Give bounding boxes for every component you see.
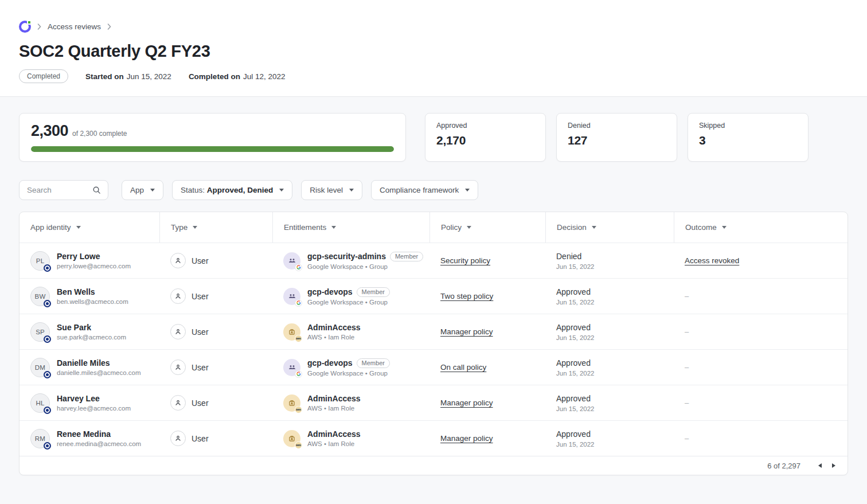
started-on-label: Started on [85,72,124,81]
filter-status-selected: Approved, Denied [207,186,274,194]
chevron-down-icon [279,189,284,192]
chevron-down-icon [150,189,155,192]
stat-card-skipped: Skipped 3 [688,113,809,162]
table-row[interactable]: PL Perry Loweperry.lowe@acmeco.com User … [19,243,848,278]
decision-value: Approved [556,394,595,404]
progress-card: 2,300 of 2,300 complete [19,113,406,162]
table-row[interactable]: DM Danielle Milesdanielle.miles@acmeco.c… [19,349,848,385]
outcome-empty: – [685,327,689,336]
breadcrumb: Access reviews [19,21,848,32]
column-header-type[interactable]: Type [159,212,272,243]
entitlement-subtitle: AWS • Iam Role [307,440,361,447]
app-identity-cell: SP Sue Parksue.park@acmeco.com [19,314,159,349]
app-logo-icon[interactable] [19,21,31,33]
user-name: Ben Wells [57,287,128,297]
user-name: Harvey Lee [57,394,131,404]
group-icon [283,288,300,305]
sort-caret-icon [193,226,197,229]
decision-value: Approved [556,287,595,297]
google-workspace-icon [295,299,302,307]
filter-app-label: App [130,186,144,194]
entitlement-subtitle: AWS • Iam Role [307,405,361,412]
user-email: ben.wells@acmeco.com [57,298,128,305]
filter-compliance-label: Compliance framework [380,186,459,194]
column-header-policy[interactable]: Policy [429,212,545,243]
sort-caret-icon [76,226,81,229]
policy-link[interactable]: Manager policy [440,327,493,336]
sort-caret-icon [467,226,471,229]
member-badge: Member [357,358,390,368]
stat-value: 2,170 [436,134,534,147]
search-box[interactable] [19,180,108,200]
column-header-outcome[interactable]: Outcome [674,212,848,243]
user-email: perry.lowe@acmeco.com [57,263,131,269]
decision-cell: ApprovedJun 15, 2022 [545,314,674,349]
type-label: User [192,256,209,265]
decision-cell: ApprovedJun 15, 2022 [545,420,674,456]
decision-value: Denied [556,252,595,261]
filter-status-prefix: Status: [181,186,205,194]
status-badge: Completed [19,69,68,83]
app-badge-icon [44,407,51,414]
previous-page-button[interactable] [813,460,827,471]
aws-icon: aws [295,406,302,413]
table-row[interactable]: SP Sue Parksue.park@acmeco.com User aws … [19,314,848,349]
app-badge-icon [44,264,51,272]
decision-date: Jun 15, 2022 [556,370,595,377]
entitlement-name: gcp-devops [307,287,353,296]
stat-card-approved: Approved 2,170 [425,113,546,162]
policy-link[interactable]: Security policy [440,256,490,265]
avatar: HL [30,393,50,413]
stats-row: 2,300 of 2,300 complete Approved 2,170 D… [19,113,848,162]
policy-link[interactable]: Two step policy [440,292,493,300]
entitlement-name: gcp-devops [307,358,353,368]
progress-value: 2,300 [31,122,68,140]
aws-icon: aws [295,442,302,449]
app-identity-cell: DM Danielle Milesdanielle.miles@acmeco.c… [19,349,159,385]
policy-cell: On call policy [429,349,545,385]
avatar: RM [30,429,50,448]
sort-caret-icon [722,226,727,229]
stat-value: 3 [699,134,797,147]
table-row[interactable]: RM Renee Medinarenee.medina@acmeco.com U… [19,420,848,456]
policy-cell: Manager policy [429,420,545,456]
outcome-link[interactable]: Access revoked [685,256,739,265]
column-header-entitlements[interactable]: Entitlements [272,212,429,243]
decision-cell: DeniedJun 15, 2022 [545,243,674,278]
user-email: sue.park@acmeco.com [57,334,126,341]
table-row[interactable]: BW Ben Wellsben.wells@acmeco.com User gc… [19,278,848,314]
iam-role-icon: aws [283,430,300,447]
pagination-count: 6 of 2,297 [767,462,800,470]
table-footer: 6 of 2,297 [19,456,848,475]
breadcrumb-access-reviews[interactable]: Access reviews [48,22,101,31]
app-badge-icon [44,335,51,343]
column-header-decision[interactable]: Decision [545,212,674,243]
policy-cell: Manager policy [429,385,545,420]
table-row[interactable]: HL Harvey Leeharvey.lee@acmeco.com User … [19,385,848,420]
column-header-app-identity[interactable]: App identity [19,212,159,243]
filter-compliance-framework[interactable]: Compliance framework [371,180,478,200]
entitlement-name: gcp-security-admins [307,252,386,261]
type-label: User [192,363,209,372]
outcome-cell: – [674,420,848,456]
filter-status[interactable]: Status: Approved, Denied [172,180,292,200]
filter-risk-level[interactable]: Risk level [301,180,362,200]
next-page-button[interactable] [827,460,841,471]
policy-link[interactable]: Manager policy [440,398,493,407]
policy-link[interactable]: On call policy [440,363,486,372]
policy-cell: Security policy [429,243,545,278]
stat-value: 127 [568,134,666,147]
entitlement-subtitle: Google Workspace • Group [307,263,419,270]
policy-link[interactable]: Manager policy [440,434,493,443]
user-icon [170,324,186,339]
outcome-cell: – [674,349,848,385]
filter-app[interactable]: App [122,180,163,200]
user-name: Sue Park [57,323,126,333]
stat-label: Skipped [699,122,797,130]
chevron-right-icon [832,463,835,468]
app-badge-icon [44,300,51,307]
entitlement-name: AdminAccess [307,323,361,332]
entitlement-cell: aws AdminAccess AWS • Iam Role [272,420,429,456]
entitlement-subtitle: Google Workspace • Group [307,299,390,306]
search-input[interactable] [27,186,92,194]
